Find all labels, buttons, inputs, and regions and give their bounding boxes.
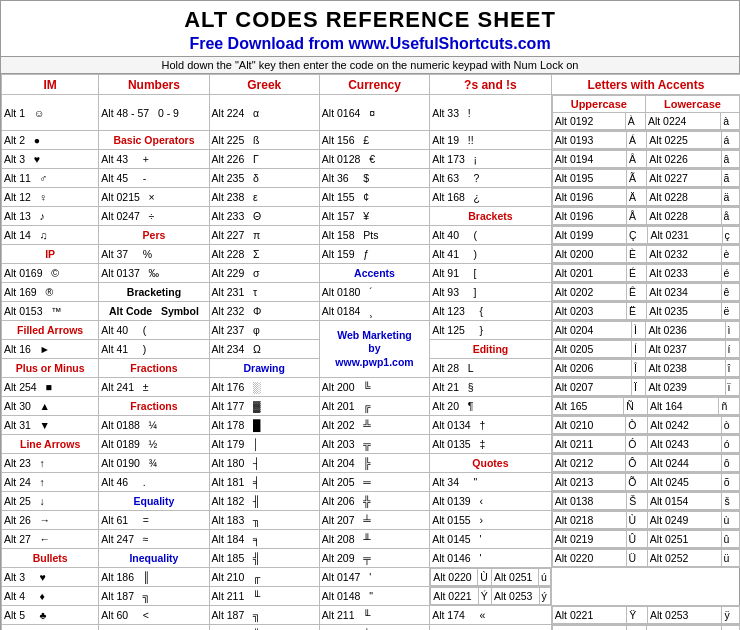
table-row: Bullets Inequality Alt 185 ╣ Alt 209 ╤ A…: [2, 549, 741, 568]
curr-157: Alt 157 ¥: [319, 207, 429, 226]
brack-40: Alt 40 (: [99, 321, 209, 340]
quot-0174: Alt 174 «: [430, 606, 552, 625]
u0138-code: Alt 0138: [552, 493, 627, 510]
letters-row-3: Alt 0194Â Alt 0226â: [552, 151, 739, 168]
frac-0189: Alt 0189 ½: [99, 435, 209, 454]
im-alt14: Alt 14 ♫: [2, 226, 99, 245]
draw-206: Alt 206 ╬: [319, 492, 429, 511]
l21: Alt 0138Š Alt 0154š: [552, 492, 740, 510]
im-alt0153: Alt 0153 ™: [2, 302, 99, 321]
letters-row-26: Alt 0221Ý Alt 0253ý: [431, 588, 551, 605]
letters-row-23: Alt 0219Û Alt 0251û: [552, 531, 739, 548]
accents-header: Accents: [319, 264, 429, 283]
letters-row-7: Alt 0199Ç Alt 0231ç: [552, 227, 739, 244]
l22: Alt 0218Ù Alt 0249ù: [552, 511, 740, 529]
qs-19: Alt 19 !!: [430, 131, 552, 150]
col-header-greek: Greek: [209, 75, 319, 95]
im-alt0169: Alt 0169 ©: [2, 264, 99, 283]
u0210-code: Alt 0210: [552, 417, 625, 434]
letters-row-18-cell: Alt 0211Ó Alt 0243ó: [551, 435, 740, 454]
draw-211b: Alt 211 ╙: [319, 606, 429, 625]
num-alt0137: Alt 0137 ‰: [99, 264, 209, 283]
greek-226: Alt 226 Γ: [209, 150, 319, 169]
u0211-code: Alt 0211: [552, 436, 625, 453]
table-row: Alt 24 ↑ Alt 46 . Alt 181 ╡ Alt 205 ═ Al…: [2, 473, 741, 492]
l0235-code: Alt 0235: [647, 303, 721, 320]
l0243-code: Alt 0243: [648, 436, 721, 453]
table-row: Alt 0169 © Alt 0137 ‰ Alt 229 σ Accents …: [2, 264, 741, 283]
greek-224: Alt 224 α: [209, 95, 319, 131]
quot-0175: Alt 175 »: [430, 625, 552, 631]
eq-alt61: Alt 61 =: [99, 511, 209, 530]
greek-234: Alt 234 Ω: [209, 340, 319, 359]
brack-41: Alt 41 ): [99, 340, 209, 359]
im-alt31: Alt 31 ▼: [2, 416, 99, 435]
col-header-im: IM: [2, 75, 99, 95]
letters-header-row: Uppercase Lowercase Alt 0192 À Alt 0224 …: [551, 95, 740, 131]
qs-173: Alt 173 ¡: [430, 150, 552, 169]
letters-row-12-cell: Alt 0204Ì Alt 0236ì: [551, 321, 740, 340]
draw-177: Alt 177 ▓: [209, 397, 319, 416]
line-arrows-header: Line Arrows: [2, 435, 99, 454]
l15: Alt 0207Ï Alt 0239ï: [552, 378, 740, 396]
letters-row-25-cell: Alt 0220Ù Alt 0251ú: [430, 568, 552, 587]
edit-28: Alt 28 L: [430, 359, 552, 378]
im-alt2: Alt 2 ●: [2, 131, 99, 150]
letters-row-22-cell: Alt 0218Ù Alt 0249ù: [551, 511, 740, 530]
l0228-code: Alt 0228: [647, 189, 721, 206]
curr-36: Alt 36 $: [319, 169, 429, 188]
quot-0139: Alt 0139 ‹: [430, 492, 552, 511]
u0222-sym: Þ: [626, 626, 646, 631]
im-alt24: Alt 24 ↑: [2, 473, 99, 492]
letters-row-25: Alt 0220Ù Alt 0251ú: [431, 569, 551, 586]
acc-0180: Alt 0180 ´: [319, 283, 429, 302]
edit-21: Alt 21 §: [430, 378, 552, 397]
u0203-code: Alt 0203: [552, 303, 626, 320]
im-alt1: Alt 1 ☺: [2, 95, 99, 131]
u0201-code: Alt 0201: [552, 265, 626, 282]
curr-158: Alt 158 Pts: [319, 226, 429, 245]
u0212-code: Alt 0212: [552, 455, 625, 472]
greek-227: Alt 227 π: [209, 226, 319, 245]
quot-0155: Alt 0155 ›: [430, 511, 552, 530]
edit-20: Alt 20 ¶: [430, 397, 552, 416]
u0222-code: Alt 0222: [552, 626, 626, 631]
quot-0147: Alt 0147 ': [319, 568, 429, 587]
brackets-header: Brackets: [430, 207, 552, 226]
draw-208: Alt 208 ╨: [319, 530, 429, 549]
table-row: Alt 4 ♦ Alt 187 ╗ Alt 211 ╙ Alt 0148 " A…: [2, 587, 741, 606]
l0242-code: Alt 0242: [648, 417, 721, 434]
l0244-sym: ô: [721, 455, 739, 472]
l0154-sym: š: [722, 493, 740, 510]
l3: Alt 0194Â Alt 0226â: [552, 150, 740, 168]
lowercase-header: Lowercase: [645, 96, 739, 113]
l20: Alt 0213Õ Alt 0245õ: [552, 473, 740, 491]
quot-0146: Alt 0146 ': [430, 549, 552, 568]
u0207-code: Alt 0207: [552, 379, 631, 396]
draw-180: Alt 180 ┤: [209, 454, 319, 473]
l0249-sym: ù: [721, 512, 739, 529]
u0196-sym: Ä: [626, 189, 646, 206]
letters-row-14: Alt 0206Î Alt 0238î: [552, 360, 739, 377]
u0205-sym: Í: [631, 341, 645, 358]
qs-168: Alt 168 ¿: [430, 188, 552, 207]
qs-41: Alt 41 ): [430, 245, 552, 264]
letters-row-15: Alt 0207Ï Alt 0239ï: [552, 379, 739, 396]
letters-row-10: Alt 0202Ê Alt 0234ê: [552, 284, 739, 301]
u0196-code: Alt 0196: [552, 189, 626, 206]
letters-row-15-cell: Alt 0207Ï Alt 0239ï: [551, 378, 740, 397]
im-alt169: Alt 169 ®: [2, 283, 99, 302]
greek-232: Alt 232 Φ: [209, 302, 319, 321]
table-row: Alt 0153 ™ Alt Code Symbol Alt 232 Φ Alt…: [2, 302, 741, 321]
table-row: Alt 31 ▼ Alt 0188 ¼ Alt 178 █ Alt 202 ╩ …: [2, 416, 741, 435]
inequality-header: Inequality: [99, 549, 209, 568]
im-alt254: Alt 254 ■: [2, 378, 99, 397]
l0228b-sym: å: [721, 208, 740, 225]
letters-row-11: Alt 0203Ë Alt 0235ë: [552, 303, 739, 320]
bracketing-header: Bracketing: [99, 283, 209, 302]
editing-header: Editing: [430, 340, 552, 359]
qs-33: Alt 33 !: [430, 95, 552, 131]
letters-row-21-cell: Alt 0138Š Alt 0154š: [551, 492, 740, 511]
l0233-sym: é: [721, 265, 740, 282]
l2: Alt 0193Á Alt 0225á: [552, 131, 740, 149]
